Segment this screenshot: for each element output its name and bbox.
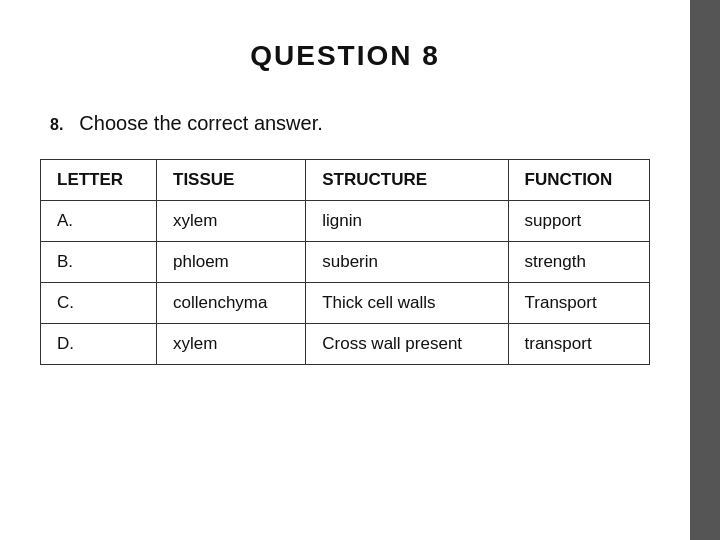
question-instruction: 8. Choose the correct answer. [40, 112, 650, 135]
table-row: B.phloemsuberinstrength [41, 242, 650, 283]
cell-r2-c2: Thick cell walls [306, 283, 508, 324]
cell-r2-c1: collenchyma [157, 283, 306, 324]
cell-r2-c0: C. [41, 283, 157, 324]
table-row: C.collenchymaThick cell wallsTransport [41, 283, 650, 324]
answer-table: LETTER TISSUE STRUCTURE FUNCTION A.xylem… [40, 159, 650, 365]
table-row: D.xylemCross wall presenttransport [41, 324, 650, 365]
col-header-tissue: TISSUE [157, 160, 306, 201]
table-header-row: LETTER TISSUE STRUCTURE FUNCTION [41, 160, 650, 201]
cell-r0-c1: xylem [157, 201, 306, 242]
question-number: 8. [50, 116, 63, 134]
cell-r0-c3: support [508, 201, 649, 242]
col-header-structure: STRUCTURE [306, 160, 508, 201]
col-header-letter: LETTER [41, 160, 157, 201]
cell-r3-c2: Cross wall present [306, 324, 508, 365]
question-text: Choose the correct answer. [79, 112, 322, 135]
cell-r3-c3: transport [508, 324, 649, 365]
cell-r1-c2: suberin [306, 242, 508, 283]
cell-r1-c1: phloem [157, 242, 306, 283]
cell-r0-c0: A. [41, 201, 157, 242]
right-sidebar [690, 0, 720, 540]
cell-r3-c1: xylem [157, 324, 306, 365]
cell-r0-c2: lignin [306, 201, 508, 242]
main-content: QUESTION 8 8. Choose the correct answer.… [0, 0, 690, 540]
table-row: A.xylemligninsupport [41, 201, 650, 242]
cell-r2-c3: Transport [508, 283, 649, 324]
cell-r1-c0: B. [41, 242, 157, 283]
cell-r1-c3: strength [508, 242, 649, 283]
page-title: QUESTION 8 [40, 40, 650, 72]
cell-r3-c0: D. [41, 324, 157, 365]
col-header-function: FUNCTION [508, 160, 649, 201]
